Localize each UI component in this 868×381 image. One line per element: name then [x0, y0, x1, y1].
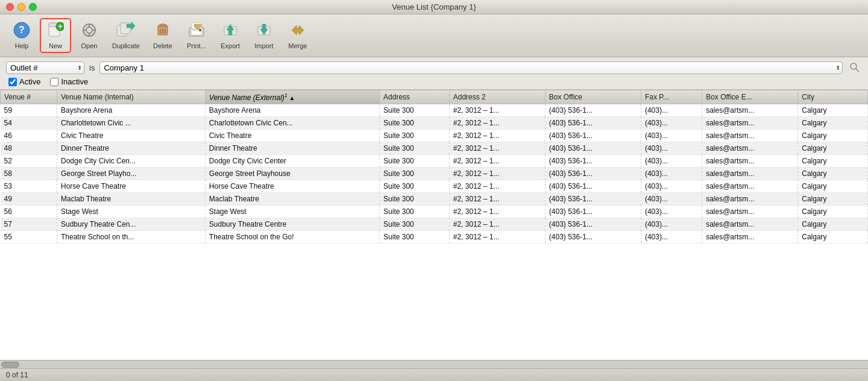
cell-fax: (403)... [641, 193, 702, 206]
minimize-button[interactable] [17, 3, 25, 11]
cell-address2: #2, 3012 – 1... [449, 155, 545, 168]
table-row[interactable]: 58George Street Playho...George Street P… [1, 168, 868, 180]
table-row[interactable]: 48Dinner TheatreDinner TheatreSuite 300#… [1, 142, 868, 155]
close-button[interactable] [6, 3, 14, 11]
svg-line-31 [856, 69, 859, 72]
cell-venue_num: 59 [1, 104, 57, 117]
merge-label: Merge [288, 42, 307, 49]
svg-text:+: + [58, 22, 63, 31]
cell-box_office: (403) 536-1... [545, 180, 641, 193]
import-label: Import [254, 42, 273, 49]
col-header-venue-num[interactable]: Venue # [1, 90, 57, 104]
scroll-thumb[interactable] [1, 362, 19, 368]
cell-box_office: (403) 536-1... [545, 231, 641, 244]
filter-field-wrapper: Outlet # [6, 61, 84, 74]
cell-venue_internal: Charlottetown Civic ... [57, 117, 206, 130]
help-label: Help [15, 42, 29, 49]
cell-address2: #2, 3012 – 1... [449, 117, 545, 130]
table-row[interactable]: 59Bayshore ArenaBayshore ArenaSuite 300#… [1, 104, 868, 117]
inactive-checkbox-label[interactable]: Inactive [50, 77, 88, 86]
import-button[interactable]: Import [248, 19, 280, 52]
cell-address2: #2, 3012 – 1... [449, 142, 545, 155]
svg-point-7 [86, 27, 92, 33]
horizontal-scrollbar[interactable] [0, 360, 868, 368]
cell-box_email: sales@artsm... [702, 180, 798, 193]
cell-address: Suite 300 [380, 130, 450, 142]
cell-city: Calgary [798, 142, 868, 155]
svg-rect-20 [160, 24, 165, 27]
delete-button[interactable]: Delete [147, 19, 178, 52]
import-icon [256, 22, 272, 41]
cell-city: Calgary [798, 155, 868, 168]
export-button[interactable]: Export [215, 19, 246, 52]
venue-table: Venue # Venue Name (Internal) Venue Name… [0, 90, 868, 244]
cell-box_email: sales@artsm... [702, 155, 798, 168]
filter-field-select[interactable]: Outlet # [6, 61, 84, 74]
new-label: New [49, 42, 62, 49]
cell-venue_num: 46 [1, 130, 57, 142]
cell-venue_internal: Stage West [57, 206, 206, 218]
delete-label: Delete [153, 42, 172, 49]
maximize-button[interactable] [29, 3, 37, 11]
cell-venue_external: Dinner Theatre [205, 142, 379, 155]
cell-box_office: (403) 536-1... [545, 155, 641, 168]
cell-fax: (403)... [641, 206, 702, 218]
active-checkbox[interactable] [8, 78, 17, 86]
col-header-address2[interactable]: Address 2 [449, 90, 545, 104]
table-row[interactable]: 57Sudbury Theatre Cen...Sudbury Theatre … [1, 218, 868, 231]
table-row[interactable]: 49Maclab TheatreMaclab TheatreSuite 300#… [1, 193, 868, 206]
duplicate-button[interactable]: Duplicate [107, 19, 145, 52]
col-header-box-office[interactable]: Box Office [545, 90, 641, 104]
cell-venue_num: 55 [1, 231, 57, 244]
col-header-venue-external[interactable]: Venue Name (External)1 [205, 90, 379, 104]
print-button[interactable]: Print... [181, 19, 212, 52]
window-title: Venue List {Company 1} [392, 2, 476, 11]
table-row[interactable]: 56Stage WestStage WestSuite 300#2, 3012 … [1, 206, 868, 218]
new-button[interactable]: + New [40, 18, 71, 53]
merge-button[interactable]: Merge [282, 19, 313, 52]
cell-address2: #2, 3012 – 1... [449, 206, 545, 218]
col-header-venue-internal[interactable]: Venue Name (Internal) [57, 90, 206, 104]
cell-venue_internal: Horse Cave Theatre [57, 180, 206, 193]
cell-venue_external: Stage West [205, 206, 379, 218]
cell-city: Calgary [798, 231, 868, 244]
table-row[interactable]: 55Theatre School on th...Theatre School … [1, 231, 868, 244]
cell-address2: #2, 3012 – 1... [449, 231, 545, 244]
inactive-checkbox[interactable] [50, 78, 58, 86]
active-checkbox-label[interactable]: Active [8, 77, 40, 86]
traffic-lights [6, 3, 37, 11]
export-label: Export [221, 42, 240, 49]
cell-address2: #2, 3012 – 1... [449, 130, 545, 142]
table-row[interactable]: 46Civic TheatreCivic TheatreSuite 300#2,… [1, 130, 868, 142]
cell-city: Calgary [798, 193, 868, 206]
cell-box_office: (403) 536-1... [545, 117, 641, 130]
table-row[interactable]: 53Horse Cave TheatreHorse Cave TheatreSu… [1, 180, 868, 193]
cell-address2: #2, 3012 – 1... [449, 193, 545, 206]
cell-city: Calgary [798, 180, 868, 193]
help-button[interactable]: ? Help [6, 19, 37, 52]
cell-city: Calgary [798, 130, 868, 142]
filter-value-select[interactable]: Company 1 [99, 61, 843, 74]
cell-city: Calgary [798, 104, 868, 117]
cell-address2: #2, 3012 – 1... [449, 180, 545, 193]
new-icon: + [47, 22, 64, 41]
filter-row-1: Outlet # is Company 1 [6, 60, 862, 75]
cell-venue_num: 48 [1, 142, 57, 155]
col-header-box-email[interactable]: Box Office E... [702, 90, 798, 104]
col-header-fax[interactable]: Fax P... [641, 90, 702, 104]
cell-address: Suite 300 [380, 104, 450, 117]
inactive-label: Inactive [61, 77, 88, 86]
filter-search-button[interactable] [848, 60, 862, 75]
cell-venue_external: Bayshore Arena [205, 104, 379, 117]
cell-box_email: sales@artsm... [702, 117, 798, 130]
col-header-address[interactable]: Address [380, 90, 450, 104]
cell-fax: (403)... [641, 130, 702, 142]
open-button[interactable]: Open [74, 19, 105, 52]
cell-venue_num: 52 [1, 155, 57, 168]
table-row[interactable]: 52Dodge City Civic Cen...Dodge City Civi… [1, 155, 868, 168]
cell-fax: (403)... [641, 231, 702, 244]
table-row[interactable]: 54Charlottetown Civic ...Charlottetown C… [1, 117, 868, 130]
cell-address: Suite 300 [380, 142, 450, 155]
col-header-city[interactable]: City [798, 90, 868, 104]
cell-fax: (403)... [641, 117, 702, 130]
